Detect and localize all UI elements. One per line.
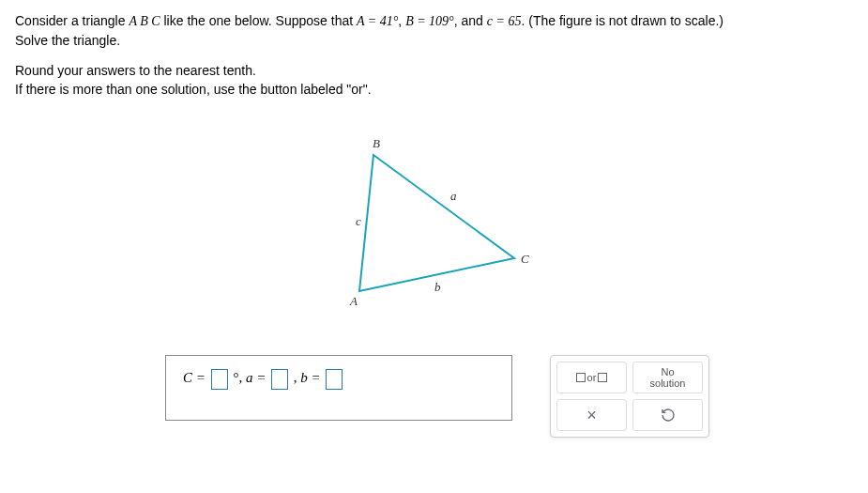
- side-a-label: a: [450, 189, 457, 203]
- triangle-svg: A B C a b c: [322, 127, 547, 315]
- instructions: Round your answers to the nearest tenth.…: [15, 62, 853, 99]
- reset-button[interactable]: [632, 399, 703, 431]
- given-B: B = 109°: [405, 14, 454, 28]
- side-c-label: c: [356, 214, 361, 228]
- label-b: b =: [300, 371, 324, 386]
- given-A: A = 41°: [357, 14, 398, 28]
- instruction-line: If there is more than one solution, use …: [15, 82, 372, 97]
- problem-statement: Consider a triangle A B C like the one b…: [15, 11, 853, 51]
- instruction-line: Round your answers to the nearest tenth.: [15, 63, 256, 78]
- toolbox: or No solution ×: [550, 355, 709, 438]
- text: , and: [454, 13, 487, 28]
- solve-text: Solve the triangle.: [15, 33, 120, 48]
- placeholder-icon: [576, 373, 586, 382]
- vertex-A-label: A: [349, 294, 358, 308]
- triangle-shape: [359, 155, 514, 291]
- reset-icon: [661, 408, 676, 423]
- input-b[interactable]: [326, 369, 343, 390]
- answer-input-box: C = °, a = , b =: [165, 355, 512, 421]
- given-c: c = 65: [487, 14, 522, 28]
- or-label: or: [587, 372, 597, 383]
- x-icon: ×: [586, 406, 597, 425]
- label-a: a =: [246, 371, 269, 386]
- text: ,: [398, 13, 405, 28]
- vertex-B-label: B: [373, 136, 380, 150]
- clear-button[interactable]: ×: [556, 399, 627, 431]
- vertex-C-label: C: [521, 252, 529, 266]
- label-C: C =: [183, 371, 209, 386]
- answer-row: C = °, a = , b = or No solution ×: [15, 355, 853, 438]
- no-solution-button[interactable]: No solution: [632, 362, 703, 393]
- text: like the one below. Suppose that: [160, 13, 357, 28]
- text: Consider a triangle: [15, 13, 129, 28]
- input-a[interactable]: [271, 369, 288, 390]
- input-C[interactable]: [211, 369, 228, 390]
- or-button[interactable]: or: [556, 362, 627, 393]
- side-b-label: b: [434, 280, 441, 294]
- triangle-name: A B C: [129, 14, 160, 28]
- placeholder-icon: [598, 373, 607, 382]
- text: . (The figure is not drawn to scale.): [521, 13, 723, 28]
- triangle-figure: A B C a b c: [15, 127, 853, 317]
- unit-deg: °,: [233, 371, 246, 386]
